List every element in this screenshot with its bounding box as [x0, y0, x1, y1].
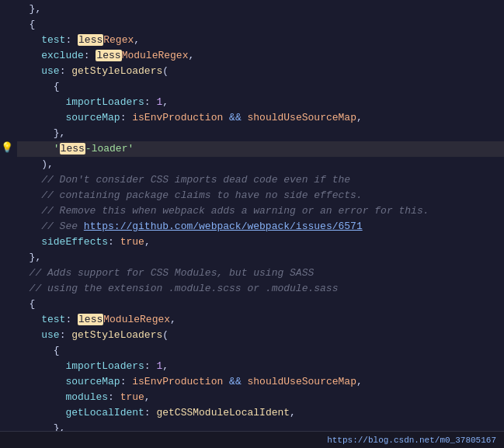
icon-18 [0, 262, 14, 278]
icon-25 [0, 370, 14, 385]
icon-15 [0, 217, 14, 232]
icon-14 [0, 201, 14, 217]
code-line-15: // See https://github.com/webpack/webpac… [17, 219, 504, 234]
code-line-19: // using the extension .module.scss or .… [17, 281, 504, 297]
icon-10[interactable]: 💡 [0, 140, 14, 155]
code-line-18: // Adds support for CSS Modules, but usi… [17, 266, 504, 281]
icon-4 [0, 47, 14, 63]
icon-20 [0, 293, 14, 308]
icon-9 [0, 124, 14, 140]
icon-1 [0, 2, 14, 17]
code-area: 💡 }, [0, 0, 504, 431]
icon-3 [0, 33, 14, 48]
icon-28 [0, 415, 14, 431]
code-line-24: importLoaders: 1, [17, 359, 504, 374]
code-line-4: exclude: lessModuleRegex, [17, 48, 504, 64]
icon-12 [0, 170, 14, 186]
icon-6 [0, 78, 14, 94]
code-line-11: ), [17, 157, 504, 172]
code-line-8: sourceMap: isEnvProduction && shouldUseS… [17, 110, 504, 126]
code-line-21: test: lessModuleRegex, [17, 312, 504, 328]
code-line-25: sourceMap: isEnvProduction && shouldUseS… [17, 374, 504, 390]
code-content: }, { test: lessRegex, exclude: lessModul… [14, 2, 504, 431]
code-line-13: // containing package claims to have no … [17, 188, 504, 203]
icon-2 [0, 17, 14, 33]
code-line-12: // Don't consider CSS imports dead code … [17, 172, 504, 188]
icon-23 [0, 339, 14, 355]
icon-24 [0, 354, 14, 370]
icon-13 [0, 186, 14, 201]
code-editor: 💡 }, [0, 0, 504, 448]
gutter-icons: 💡 [0, 2, 14, 431]
icon-8 [0, 109, 14, 124]
code-line-5: use: getStyleLoaders( [17, 64, 504, 79]
code-line-9: }, [17, 126, 504, 141]
code-line-10: 'less-loader' [17, 141, 504, 157]
code-line-23: { [17, 343, 504, 359]
icon-26 [0, 385, 14, 401]
code-line-17: }, [17, 250, 504, 266]
icon-16 [0, 231, 14, 247]
icon-7 [0, 94, 14, 109]
status-url: https://blog.csdn.net/m0_37805167 [327, 436, 496, 445]
code-line-3: test: lessRegex, [17, 33, 504, 48]
code-line-2: { [17, 17, 504, 33]
code-line-1: }, [17, 2, 504, 17]
code-line-26: modules: true, [17, 390, 504, 405]
code-line-14: // Remove this when webpack adds a warni… [17, 203, 504, 219]
icon-11 [0, 155, 14, 171]
code-line-22: use: getStyleLoaders( [17, 328, 504, 343]
code-line-16: sideEffects: true, [17, 234, 504, 250]
icon-27 [0, 401, 14, 416]
icon-19 [0, 278, 14, 293]
icon-22 [0, 324, 14, 339]
code-line-27: getLocalIdent: getCSSModuleLocalIdent, [17, 405, 504, 421]
icon-5 [0, 63, 14, 78]
code-line-7: importLoaders: 1, [17, 95, 504, 110]
status-bar: https://blog.csdn.net/m0_37805167 [0, 431, 504, 448]
code-line-6: { [17, 79, 504, 95]
code-line-20: { [17, 297, 504, 312]
icon-17 [0, 247, 14, 262]
code-line-28: }, [17, 421, 504, 431]
icon-21 [0, 308, 14, 324]
